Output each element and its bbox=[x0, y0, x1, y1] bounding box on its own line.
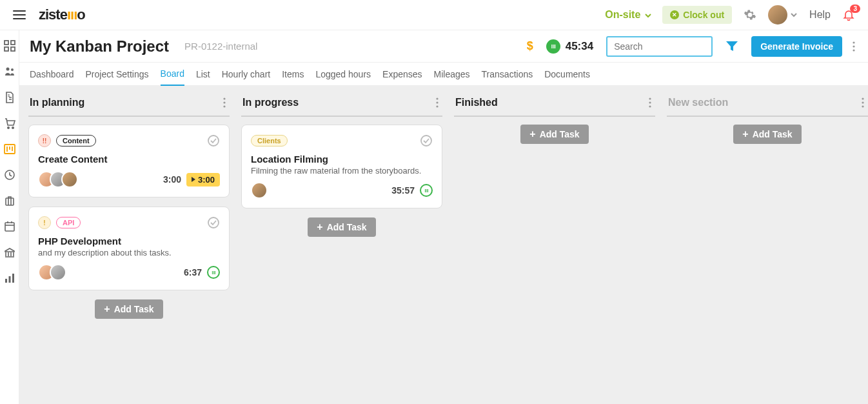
tabs: DashboardProject SettingsBoardListHourly… bbox=[19, 63, 868, 86]
money-icon[interactable]: $ bbox=[527, 39, 533, 53]
column-title: In planning bbox=[30, 97, 84, 108]
add-task-button[interactable]: +Add Task bbox=[308, 217, 375, 237]
time-value: 35:57 bbox=[391, 185, 415, 196]
column-more-icon[interactable] bbox=[646, 95, 654, 110]
dashboard-icon[interactable] bbox=[3, 39, 16, 52]
column-title: New section bbox=[668, 97, 728, 108]
column-in-planning: In planning!!ContentCreate Content3:003:… bbox=[28, 92, 230, 398]
task-card[interactable]: ClientsLocation FilmingFilming the raw m… bbox=[241, 125, 442, 208]
svg-point-25 bbox=[223, 97, 225, 99]
hamburger-menu[interactable] bbox=[13, 10, 26, 19]
more-icon[interactable] bbox=[850, 39, 858, 54]
card-description: Filming the raw material from the storyb… bbox=[251, 166, 433, 176]
gear-icon[interactable] bbox=[744, 8, 756, 21]
svg-rect-21 bbox=[12, 274, 14, 283]
suitcase-icon[interactable] bbox=[3, 194, 16, 207]
clock-out-button[interactable]: ✕Clock out bbox=[662, 6, 732, 24]
generate-invoice-button[interactable]: Generate Invoice bbox=[751, 36, 842, 57]
assignee-avatars[interactable] bbox=[38, 264, 61, 281]
time-value: 3:00 bbox=[163, 174, 181, 185]
tag-badge: Content bbox=[56, 135, 96, 146]
search-input[interactable] bbox=[606, 36, 713, 57]
page-title: My Kanban Project bbox=[30, 37, 169, 56]
calendar-icon[interactable] bbox=[3, 220, 16, 233]
onsite-label[interactable]: On-site bbox=[605, 9, 640, 21]
svg-point-37 bbox=[862, 97, 863, 99]
tag-badge: API bbox=[56, 217, 81, 228]
add-task-button[interactable]: +Add Task bbox=[520, 125, 588, 144]
tab-logged-hours[interactable]: Logged hours bbox=[315, 63, 371, 86]
svg-point-32 bbox=[436, 105, 438, 107]
kanban-board: In planning!!ContentCreate Content3:003:… bbox=[19, 86, 868, 404]
column-more-icon[interactable] bbox=[859, 95, 867, 110]
plus-icon: + bbox=[104, 304, 110, 314]
tab-project-settings[interactable]: Project Settings bbox=[86, 63, 149, 86]
help-link[interactable]: Help bbox=[809, 9, 831, 21]
svg-rect-3 bbox=[11, 47, 15, 51]
play-time-box[interactable]: 3:00 bbox=[186, 173, 220, 187]
svg-rect-19 bbox=[5, 279, 7, 283]
column-finished: Finished+Add Task bbox=[454, 92, 655, 398]
tab-dashboard[interactable]: Dashboard bbox=[30, 63, 74, 86]
filter-icon[interactable] bbox=[725, 41, 738, 52]
chevron-down-icon[interactable] bbox=[790, 11, 798, 19]
plus-icon: + bbox=[529, 129, 535, 139]
svg-point-31 bbox=[436, 101, 438, 103]
add-task-button[interactable]: +Add Task bbox=[733, 125, 801, 144]
check-icon[interactable] bbox=[420, 134, 433, 147]
svg-point-38 bbox=[862, 101, 863, 103]
svg-rect-20 bbox=[8, 276, 10, 283]
column-more-icon[interactable] bbox=[433, 95, 441, 110]
check-icon[interactable] bbox=[207, 216, 220, 229]
tab-documents[interactable]: Documents bbox=[544, 63, 590, 86]
tab-hourly-chart[interactable]: Hourly chart bbox=[222, 63, 270, 86]
cart-icon[interactable] bbox=[3, 117, 16, 130]
svg-text:$: $ bbox=[8, 94, 10, 97]
svg-point-39 bbox=[862, 105, 863, 107]
tab-items[interactable]: Items bbox=[282, 63, 304, 86]
svg-point-5 bbox=[11, 68, 14, 71]
side-nav: $ bbox=[0, 30, 19, 404]
svg-point-30 bbox=[436, 97, 438, 99]
assignee-avatars[interactable] bbox=[251, 182, 262, 199]
board-icon[interactable] bbox=[3, 143, 16, 156]
avatar bbox=[61, 171, 78, 188]
time-value: 6:37 bbox=[184, 267, 202, 278]
timer-value: 45:34 bbox=[566, 40, 593, 53]
tab-board[interactable]: Board bbox=[161, 63, 184, 86]
audio-icon[interactable]: ıııı bbox=[207, 266, 220, 279]
tab-list[interactable]: List bbox=[196, 63, 210, 86]
users-icon[interactable] bbox=[3, 65, 16, 78]
tab-expenses[interactable]: Expenses bbox=[382, 63, 422, 86]
tab-transactions[interactable]: Transactions bbox=[482, 63, 533, 86]
check-icon[interactable] bbox=[207, 134, 220, 147]
assignee-avatars[interactable] bbox=[38, 171, 73, 188]
tab-mileages[interactable]: Mileages bbox=[434, 63, 470, 86]
priority-badge: !! bbox=[38, 134, 51, 147]
document-icon[interactable]: $ bbox=[3, 91, 16, 104]
bank-icon[interactable] bbox=[3, 246, 16, 259]
task-card[interactable]: !APIPHP Developmentand my description ab… bbox=[28, 207, 230, 290]
chart-icon[interactable] bbox=[3, 272, 16, 285]
bell-icon[interactable]: 3 bbox=[842, 8, 855, 21]
svg-point-33 bbox=[421, 136, 431, 146]
svg-point-22 bbox=[853, 41, 854, 43]
card-title: PHP Development bbox=[38, 236, 220, 247]
svg-rect-14 bbox=[6, 198, 14, 205]
audio-badge-icon[interactable]: ıııı bbox=[546, 39, 560, 54]
task-card[interactable]: !!ContentCreate Content3:003:00 bbox=[28, 125, 230, 197]
svg-point-23 bbox=[853, 45, 854, 47]
column-more-icon[interactable] bbox=[221, 95, 228, 110]
avatar bbox=[251, 182, 268, 199]
column-new-section: New section+Add Task bbox=[667, 92, 868, 398]
svg-point-27 bbox=[223, 105, 225, 107]
clock-icon[interactable] bbox=[3, 168, 16, 181]
add-task-button[interactable]: +Add Task bbox=[95, 299, 163, 319]
avatar[interactable] bbox=[768, 5, 787, 25]
tag-badge: Clients bbox=[251, 135, 288, 146]
svg-point-4 bbox=[6, 68, 9, 71]
svg-rect-2 bbox=[5, 47, 8, 51]
audio-icon[interactable]: ıııı bbox=[420, 184, 433, 197]
svg-rect-0 bbox=[5, 41, 8, 45]
chevron-down-icon[interactable] bbox=[644, 12, 651, 18]
